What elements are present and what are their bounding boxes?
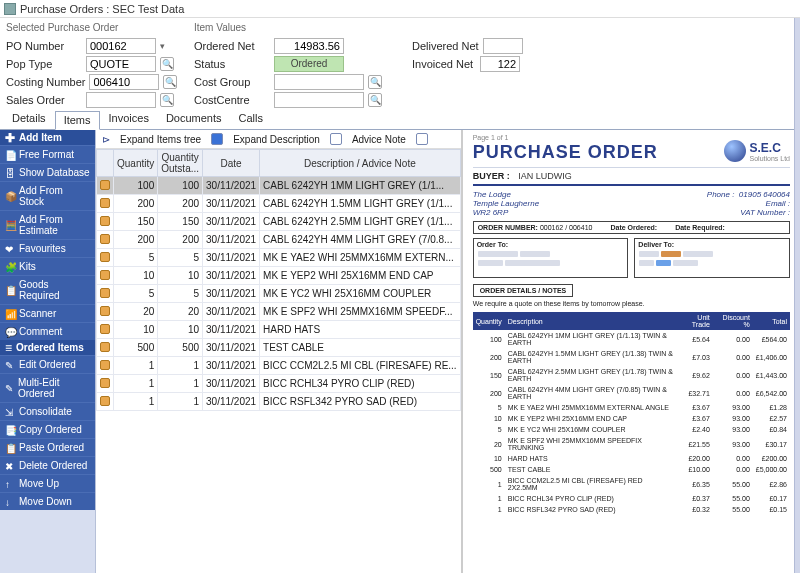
tab-invoices[interactable]: Invoices (101, 110, 157, 129)
table-row[interactable]: 50050030/11/2021TEST CABLE (97, 339, 461, 357)
sidebar-icon: 🗄 (5, 168, 15, 178)
sidebar-item[interactable]: 📶Scanner (0, 304, 95, 322)
right-pane-gripper[interactable] (794, 18, 800, 573)
window-titlebar: Purchase Orders : SEC Test Data (0, 0, 800, 18)
sidebar-item[interactable]: ⇲Consolidate (0, 402, 95, 420)
header-fields: Selected Purchase Order PO Number ▾ Pop … (0, 18, 800, 110)
sidebar-icon: 📋 (5, 443, 15, 453)
expand-toggle-icon[interactable]: ⊳ (102, 134, 110, 145)
table-row[interactable]: 5530/11/2021MK E YAE2 WHI 25MMX16MM EXTE… (97, 249, 461, 267)
sidebar-item[interactable]: 🗄Show Database (0, 163, 95, 181)
sidebar-item[interactable]: 📑Copy Ordered (0, 420, 95, 438)
doc-line: 10HARD HATS£20.000.00£200.00 (473, 453, 790, 464)
costing-number-label: Costing Number (6, 76, 85, 88)
sidebar-item[interactable]: 📋Paste Ordered (0, 438, 95, 456)
row-pin-icon (100, 270, 110, 280)
table-row[interactable]: 5530/11/2021MK E YC2 WHI 25X16MM COUPLER (97, 285, 461, 303)
sidebar-icon: ↑ (5, 479, 15, 489)
row-pin-icon (100, 378, 110, 388)
cost-group-field[interactable] (274, 74, 364, 90)
sidebar-icon: 🧮 (5, 220, 15, 230)
sidebar-icon: 💬 (5, 327, 15, 337)
sidebar-item[interactable]: 📦Add From Stock (0, 181, 95, 210)
sidebar-icon: ✎ (5, 360, 15, 370)
sidebar-ordered-items-header[interactable]: ≡ Ordered Items (0, 340, 95, 355)
search-icon[interactable]: 🔍 (368, 75, 382, 89)
row-pin-icon (100, 342, 110, 352)
pop-type-field[interactable] (86, 56, 156, 72)
table-row[interactable]: 1130/11/2021BICC CCM2L2.5 MI CBL (FIRESA… (97, 357, 461, 375)
sidebar-item[interactable]: 📄Free Format (0, 145, 95, 163)
order-details-heading: ORDER DETAILS / NOTES (473, 284, 574, 297)
cost-centre-field[interactable] (274, 92, 364, 108)
table-row[interactable]: 15015030/11/2021CABL 6242YH 2.5MM LIGHT … (97, 213, 461, 231)
table-row[interactable]: 1130/11/2021BICC RSFL342 PYRO SAD (RED) (97, 393, 461, 411)
advice-note-checkbox[interactable] (416, 133, 428, 145)
table-row[interactable]: 101030/11/2021MK E YEP2 WHI 25X16MM END … (97, 267, 461, 285)
sidebar-item[interactable]: ✎Edit Ordered (0, 355, 95, 373)
sidebar-item[interactable]: ↑Move Up (0, 474, 95, 492)
search-icon[interactable]: 🔍 (163, 75, 177, 89)
table-row[interactable]: 20020030/11/2021CABL 6242YH 1.5MM LIGHT … (97, 195, 461, 213)
sidebar-item[interactable]: ❤Favourites (0, 239, 95, 257)
search-icon[interactable]: 🔍 (160, 93, 174, 107)
order-note: We require a quote on these items by tom… (473, 300, 790, 307)
advice-note-label: Advice Note (352, 134, 406, 145)
status-badge: Ordered (274, 56, 344, 72)
search-icon[interactable]: 🔍 (160, 57, 174, 71)
tab-documents[interactable]: Documents (158, 110, 230, 129)
sidebar-add-item-header[interactable]: ✚ Add Item (0, 130, 95, 145)
costing-number-field[interactable] (89, 74, 159, 90)
page-number: Page 1 of 1 (473, 134, 509, 141)
order-lines-table: QuantityDescriptionUnit TradeDiscount %T… (473, 312, 790, 515)
tab-items[interactable]: Items (55, 111, 100, 130)
po-number-field[interactable] (86, 38, 156, 54)
company-logo: S.E.CSolutions Ltd (724, 140, 790, 162)
doc-line: 10MK E YEP2 WHI 25X16MM END CAP£3.6793.0… (473, 413, 790, 424)
row-pin-icon (100, 198, 110, 208)
list-icon: ≡ (5, 343, 12, 353)
sidebar-item[interactable]: ✖Delete Ordered (0, 456, 95, 474)
document-preview: Page 1 of 1 S.E.CSolutions Ltd PURCHASE … (462, 130, 800, 573)
sidebar-icon: 📑 (5, 425, 15, 435)
sidebar-item[interactable]: 💬Comment (0, 322, 95, 340)
globe-icon (724, 140, 746, 162)
items-grid[interactable]: QuantityQuantity Outsta...DateDescriptio… (96, 149, 461, 411)
pop-type-label: Pop Type (6, 58, 82, 70)
sidebar: ✚ Add Item 📄Free Format🗄Show Database📦Ad… (0, 130, 96, 573)
plus-icon: ✚ (5, 133, 15, 143)
delivered-net-label: Delivered Net (412, 40, 479, 52)
expand-description-checkbox[interactable] (330, 133, 342, 145)
table-row[interactable]: 202030/11/2021MK E SPF2 WHI 25MMX16MM SP… (97, 303, 461, 321)
sidebar-item[interactable]: 🧩Kits (0, 257, 95, 275)
table-row[interactable]: 10010030/11/2021CABL 6242YH 1MM LIGHT GR… (97, 177, 461, 195)
buyer-label: BUYER : (473, 171, 510, 181)
invoiced-net-label: Invoiced Net (412, 58, 476, 70)
row-pin-icon (100, 324, 110, 334)
sidebar-item[interactable]: ↓Move Down (0, 492, 95, 510)
row-pin-icon (100, 360, 110, 370)
sidebar-icon: 📦 (5, 191, 15, 201)
row-pin-icon (100, 288, 110, 298)
chevron-down-icon[interactable]: ▾ (160, 41, 165, 51)
table-row[interactable]: 101030/11/2021HARD HATS (97, 321, 461, 339)
sales-order-field[interactable] (86, 92, 156, 108)
expand-items-tree-checkbox[interactable] (211, 133, 223, 145)
tab-calls[interactable]: Calls (231, 110, 271, 129)
doc-line: 5MK E YAE2 WHI 25MMX16MM EXTERNAL ANGLE£… (473, 402, 790, 413)
order-to-box: Order To: (473, 238, 629, 278)
deliver-to-box: Deliver To: (634, 238, 790, 278)
doc-line: 1BICC RCHL34 PYRO CLIP (RED)£0.3755.00£0… (473, 493, 790, 504)
sidebar-item[interactable]: 📋Goods Required (0, 275, 95, 304)
item-values-heading: Item Values (194, 22, 404, 33)
sidebar-icon: 📄 (5, 150, 15, 160)
sidebar-icon: ✖ (5, 461, 15, 471)
table-row[interactable]: 20020030/11/2021CABL 6242YH 4MM LIGHT GR… (97, 231, 461, 249)
table-row[interactable]: 1130/11/2021BICC RCHL34 PYRO CLIP (RED) (97, 375, 461, 393)
sidebar-icon: ❤ (5, 244, 15, 254)
sidebar-item[interactable]: 🧮Add From Estimate (0, 210, 95, 239)
doc-line: 5MK E YC2 WHI 25X16MM COUPLER£2.4093.00£… (473, 424, 790, 435)
search-icon[interactable]: 🔍 (368, 93, 382, 107)
tab-details[interactable]: Details (4, 110, 54, 129)
sidebar-item[interactable]: ✎Multi-Edit Ordered (0, 373, 95, 402)
